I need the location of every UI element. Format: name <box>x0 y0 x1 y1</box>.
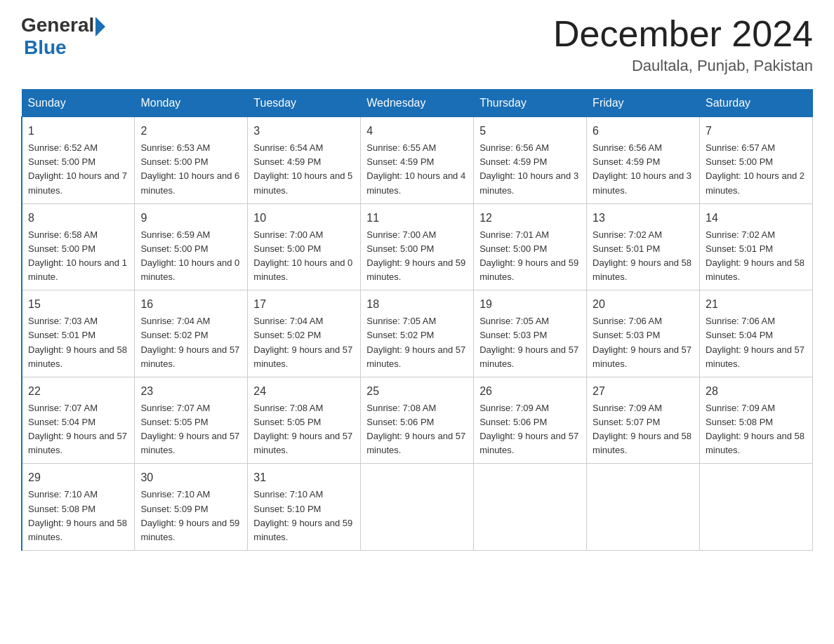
day-number: 8 <box>28 210 128 227</box>
day-number: 26 <box>479 383 581 400</box>
day-number: 4 <box>366 123 468 140</box>
day-number: 6 <box>593 123 694 140</box>
header-tuesday: Tuesday <box>248 90 361 117</box>
day-info: Sunrise: 7:06 AMSunset: 5:04 PMDaylight:… <box>706 316 805 368</box>
calendar-cell: 16Sunrise: 7:04 AMSunset: 5:02 PMDayligh… <box>135 290 248 377</box>
calendar-cell: 20Sunrise: 7:06 AMSunset: 5:03 PMDayligh… <box>587 290 700 377</box>
day-number: 14 <box>706 210 807 227</box>
day-info: Sunrise: 7:07 AMSunset: 5:04 PMDaylight:… <box>28 403 127 455</box>
calendar-cell <box>587 464 700 551</box>
day-number: 9 <box>140 210 241 227</box>
calendar-cell: 23Sunrise: 7:07 AMSunset: 5:05 PMDayligh… <box>135 377 248 464</box>
day-info: Sunrise: 6:52 AMSunset: 5:00 PMDaylight:… <box>28 142 127 195</box>
calendar-cell: 18Sunrise: 7:05 AMSunset: 5:02 PMDayligh… <box>361 290 474 377</box>
header-monday: Monday <box>135 90 248 117</box>
calendar-cell: 25Sunrise: 7:08 AMSunset: 5:06 PMDayligh… <box>361 377 474 464</box>
calendar-cell <box>361 464 474 551</box>
day-info: Sunrise: 7:01 AMSunset: 5:00 PMDaylight:… <box>479 229 578 282</box>
day-info: Sunrise: 7:10 AMSunset: 5:09 PMDaylight:… <box>140 489 239 542</box>
day-number: 7 <box>706 123 807 140</box>
day-info: Sunrise: 7:05 AMSunset: 5:02 PMDaylight:… <box>366 316 465 368</box>
header-wednesday: Wednesday <box>361 90 474 117</box>
calendar-cell: 7Sunrise: 6:57 AMSunset: 5:00 PMDaylight… <box>700 117 813 204</box>
calendar-cell: 28Sunrise: 7:09 AMSunset: 5:08 PMDayligh… <box>700 377 813 464</box>
day-info: Sunrise: 7:08 AMSunset: 5:05 PMDaylight:… <box>253 403 352 455</box>
location-title: Daultala, Punjab, Pakistan <box>553 57 813 75</box>
day-info: Sunrise: 7:09 AMSunset: 5:07 PMDaylight:… <box>593 403 691 455</box>
day-number: 16 <box>140 296 241 313</box>
day-number: 30 <box>140 469 241 486</box>
calendar-cell: 11Sunrise: 7:00 AMSunset: 5:00 PMDayligh… <box>361 203 474 290</box>
day-info: Sunrise: 6:59 AMSunset: 5:00 PMDaylight:… <box>140 229 239 282</box>
calendar-cell: 21Sunrise: 7:06 AMSunset: 5:04 PMDayligh… <box>700 290 813 377</box>
day-info: Sunrise: 7:02 AMSunset: 5:01 PMDaylight:… <box>593 229 691 282</box>
day-info: Sunrise: 6:58 AMSunset: 5:00 PMDaylight:… <box>28 229 127 282</box>
day-number: 10 <box>253 210 355 227</box>
calendar-cell: 3Sunrise: 6:54 AMSunset: 4:59 PMDaylight… <box>248 117 361 204</box>
calendar-cell: 4Sunrise: 6:55 AMSunset: 4:59 PMDaylight… <box>361 117 474 204</box>
day-number: 2 <box>140 123 241 140</box>
calendar-week-3: 15Sunrise: 7:03 AMSunset: 5:01 PMDayligh… <box>22 290 813 377</box>
title-section: December 2024 Daultala, Punjab, Pakistan <box>553 14 813 75</box>
month-title: December 2024 <box>553 14 813 54</box>
calendar-cell: 26Sunrise: 7:09 AMSunset: 5:06 PMDayligh… <box>474 377 587 464</box>
logo: General Blue <box>21 14 105 59</box>
calendar-week-5: 29Sunrise: 7:10 AMSunset: 5:08 PMDayligh… <box>22 464 813 551</box>
header-thursday: Thursday <box>474 90 587 117</box>
day-info: Sunrise: 7:06 AMSunset: 5:03 PMDaylight:… <box>593 316 691 368</box>
calendar-cell: 8Sunrise: 6:58 AMSunset: 5:00 PMDaylight… <box>22 203 135 290</box>
day-info: Sunrise: 7:10 AMSunset: 5:08 PMDaylight:… <box>28 489 127 542</box>
calendar-cell: 9Sunrise: 6:59 AMSunset: 5:00 PMDaylight… <box>135 203 248 290</box>
day-info: Sunrise: 7:04 AMSunset: 5:02 PMDaylight:… <box>253 316 352 368</box>
day-info: Sunrise: 6:54 AMSunset: 4:59 PMDaylight:… <box>253 142 352 195</box>
day-number: 22 <box>28 383 128 400</box>
day-number: 1 <box>28 123 128 140</box>
page-header: General Blue December 2024 Daultala, Pun… <box>21 14 813 75</box>
calendar-header-row: SundayMondayTuesdayWednesdayThursdayFrid… <box>22 90 813 117</box>
day-info: Sunrise: 7:05 AMSunset: 5:03 PMDaylight:… <box>479 316 578 368</box>
day-number: 18 <box>366 296 468 313</box>
day-number: 12 <box>479 210 581 227</box>
day-number: 29 <box>28 469 128 486</box>
calendar-cell: 22Sunrise: 7:07 AMSunset: 5:04 PMDayligh… <box>22 377 135 464</box>
calendar-cell: 15Sunrise: 7:03 AMSunset: 5:01 PMDayligh… <box>22 290 135 377</box>
day-info: Sunrise: 7:08 AMSunset: 5:06 PMDaylight:… <box>366 403 465 455</box>
day-number: 31 <box>253 469 355 486</box>
calendar-cell: 27Sunrise: 7:09 AMSunset: 5:07 PMDayligh… <box>587 377 700 464</box>
day-info: Sunrise: 6:56 AMSunset: 4:59 PMDaylight:… <box>593 142 691 195</box>
calendar-cell: 29Sunrise: 7:10 AMSunset: 5:08 PMDayligh… <box>22 464 135 551</box>
calendar-cell: 10Sunrise: 7:00 AMSunset: 5:00 PMDayligh… <box>248 203 361 290</box>
calendar-cell: 24Sunrise: 7:08 AMSunset: 5:05 PMDayligh… <box>248 377 361 464</box>
day-number: 27 <box>593 383 694 400</box>
logo-arrow-icon <box>95 17 105 36</box>
day-number: 21 <box>706 296 807 313</box>
day-number: 19 <box>479 296 581 313</box>
day-info: Sunrise: 6:56 AMSunset: 4:59 PMDaylight:… <box>479 142 578 195</box>
header-saturday: Saturday <box>700 90 813 117</box>
day-number: 17 <box>253 296 355 313</box>
calendar-cell: 19Sunrise: 7:05 AMSunset: 5:03 PMDayligh… <box>474 290 587 377</box>
day-number: 11 <box>366 210 468 227</box>
day-number: 24 <box>253 383 355 400</box>
day-number: 5 <box>479 123 581 140</box>
logo-blue: Blue <box>24 36 105 59</box>
day-number: 23 <box>140 383 241 400</box>
day-info: Sunrise: 7:00 AMSunset: 5:00 PMDaylight:… <box>253 229 352 282</box>
day-number: 25 <box>366 383 468 400</box>
calendar-cell: 5Sunrise: 6:56 AMSunset: 4:59 PMDaylight… <box>474 117 587 204</box>
day-number: 20 <box>593 296 694 313</box>
calendar-week-4: 22Sunrise: 7:07 AMSunset: 5:04 PMDayligh… <box>22 377 813 464</box>
day-info: Sunrise: 6:53 AMSunset: 5:00 PMDaylight:… <box>140 142 239 195</box>
day-info: Sunrise: 7:09 AMSunset: 5:06 PMDaylight:… <box>479 403 578 455</box>
calendar-week-1: 1Sunrise: 6:52 AMSunset: 5:00 PMDaylight… <box>22 117 813 204</box>
calendar-cell: 30Sunrise: 7:10 AMSunset: 5:09 PMDayligh… <box>135 464 248 551</box>
day-number: 13 <box>593 210 694 227</box>
day-info: Sunrise: 7:07 AMSunset: 5:05 PMDaylight:… <box>140 403 239 455</box>
day-info: Sunrise: 7:09 AMSunset: 5:08 PMDaylight:… <box>706 403 805 455</box>
calendar-cell: 2Sunrise: 6:53 AMSunset: 5:00 PMDaylight… <box>135 117 248 204</box>
day-info: Sunrise: 7:04 AMSunset: 5:02 PMDaylight:… <box>140 316 239 368</box>
day-number: 28 <box>706 383 807 400</box>
calendar-cell: 1Sunrise: 6:52 AMSunset: 5:00 PMDaylight… <box>22 117 135 204</box>
calendar-week-2: 8Sunrise: 6:58 AMSunset: 5:00 PMDaylight… <box>22 203 813 290</box>
calendar-cell: 14Sunrise: 7:02 AMSunset: 5:01 PMDayligh… <box>700 203 813 290</box>
